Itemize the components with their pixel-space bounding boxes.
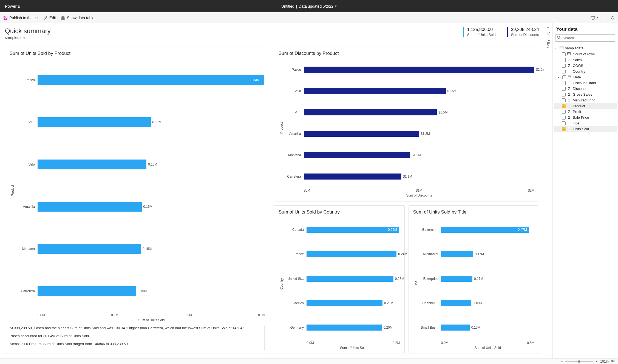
kpi-units-sold[interactable]: 1,125,806.00 Sum of Units Sold [463,27,496,37]
bar-row[interactable]: France0.24M [285,251,400,257]
checkbox[interactable] [562,110,566,114]
checkbox[interactable]: ✓ [562,127,566,131]
collapse-icon[interactable]: « [547,25,549,29]
view-mode-dropdown[interactable]: ▾ [591,16,598,20]
bar[interactable] [307,325,382,331]
bar-row[interactable]: Canada0.25M [285,227,400,233]
checkbox[interactable] [562,116,566,120]
bar[interactable] [307,227,399,233]
search-input[interactable] [555,34,615,42]
field-item[interactable]: ✓Product [554,103,617,109]
bar[interactable] [441,276,472,282]
checkbox[interactable] [562,98,566,102]
bar[interactable] [38,160,146,169]
publish-button[interactable]: Publish to the list [3,16,38,20]
bar-row[interactable]: VTT0.17M [16,117,265,127]
bar[interactable] [307,251,396,257]
bar[interactable] [307,300,382,306]
bar-row[interactable]: Carretera0.15M [16,286,265,296]
show-data-table-button[interactable]: Show data table [61,16,94,20]
field-item[interactable]: ΣProfit [554,109,617,115]
bar[interactable] [38,286,136,296]
checkbox[interactable] [562,121,566,125]
checkbox[interactable] [562,87,566,91]
field-item[interactable]: Country [554,69,617,74]
field-search[interactable] [555,34,615,42]
field-item[interactable]: Discount Band [554,80,617,86]
field-item[interactable]: ΣManufacturing ... [554,97,617,103]
bar[interactable] [441,227,529,233]
chart-card-discounts-by-product[interactable]: Sum of Discounts by Product Product Pase… [274,47,539,201]
bar[interactable] [307,276,393,282]
bar[interactable] [441,251,473,257]
chart-card-units-by-title[interactable]: Sum of Units Sold by Title Title Governm… [409,205,539,354]
chevron-down-icon[interactable]: ▾ [335,4,337,8]
title-separator: | [296,4,297,8]
zoom-slider[interactable] [565,361,593,362]
doc-title-group[interactable]: Untitled | Data updated 5/2/22 ▾ [281,4,337,8]
field-item[interactable]: ΣDiscounts [554,86,617,92]
bar-row[interactable]: Velo$1.6M [285,88,534,94]
bar-row[interactable]: VTT$1.5M [285,109,534,115]
checkbox[interactable] [562,58,566,62]
bar-row[interactable]: Amarilla$1.3M [285,131,534,137]
chart-card-units-by-country[interactable]: Sum of Units Sold by Country Country Can… [274,205,405,354]
bar[interactable] [304,88,446,94]
edit-button[interactable]: Edit [43,16,56,20]
bar[interactable] [304,152,410,158]
bar-row[interactable]: Enterprise0.17M [419,276,535,282]
bar-row[interactable]: Amarilla0.16M [16,202,265,212]
checkbox[interactable] [562,75,566,79]
checkbox[interactable] [562,52,566,56]
bar-row[interactable]: Channel ...0.16M [419,300,535,306]
chart-card-units-by-product[interactable]: Sum of Units Sold by Product Product Pas… [5,47,270,354]
bar-row[interactable]: Velo0.16M [16,160,265,169]
field-item[interactable]: Title [554,120,617,126]
bar-row[interactable]: Small Bus...0.15M [419,325,535,331]
field-item[interactable]: ▸Date [554,74,617,80]
field-item[interactable]: ΣSale Price [554,115,617,120]
bar-row[interactable]: Montana$1.2M [285,152,534,158]
bar[interactable] [304,109,437,115]
checkbox[interactable]: ✓ [562,104,566,108]
bar[interactable] [38,244,141,254]
bar[interactable] [441,325,470,331]
zoom-in-button[interactable]: + [596,360,597,363]
bar[interactable] [304,131,419,137]
bar[interactable] [38,117,151,127]
chevron-down-icon[interactable]: ▾ [555,47,558,50]
bar-row[interactable]: Midmarket0.17M [419,251,535,257]
bar[interactable] [38,202,142,212]
bar-row[interactable]: Montana0.15M [16,244,265,254]
x-tick: $2M [528,189,534,192]
svg-rect-12 [560,46,563,49]
bar-row[interactable]: Mexico0.20M [285,300,400,306]
fit-to-page-button[interactable] [611,359,615,364]
checkbox[interactable] [562,70,566,73]
checkbox[interactable] [562,93,566,96]
checkbox[interactable] [562,64,566,68]
bar-row[interactable]: Governm...0.47M [419,227,535,233]
field-item[interactable]: Count of rows [554,51,617,57]
field-item[interactable]: ✓ΣUnits Sold [554,126,617,132]
bar-row[interactable]: Paseo0.34M [16,75,265,85]
bar[interactable] [441,300,471,306]
bar-row[interactable]: Carretera$1.1M [285,174,534,180]
checkbox[interactable] [562,81,566,85]
chevron-right-icon[interactable]: ▸ [558,76,561,79]
bar-row[interactable]: Paseo$2.6M [285,67,534,73]
zoom-out-button[interactable]: − [561,360,563,363]
table-node[interactable]: ▾sampledata [554,45,617,51]
refresh-button[interactable] [610,16,615,20]
bar-row[interactable]: United St...0.23M [285,276,400,282]
bar[interactable] [38,75,264,85]
field-item[interactable]: ΣCOGS [554,63,617,69]
bar-row[interactable]: Germany0.20M [285,325,400,331]
bar[interactable] [304,174,401,180]
kpi-discounts[interactable]: $9,205,248.24 Sum of Discounts [507,27,539,37]
filter-icon[interactable] [546,32,550,36]
field-item[interactable]: ΣSales [554,57,617,63]
field-item[interactable]: ΣGross Sales [554,92,617,97]
filters-rail[interactable]: « Filters [544,23,552,359]
bar[interactable] [304,67,534,73]
